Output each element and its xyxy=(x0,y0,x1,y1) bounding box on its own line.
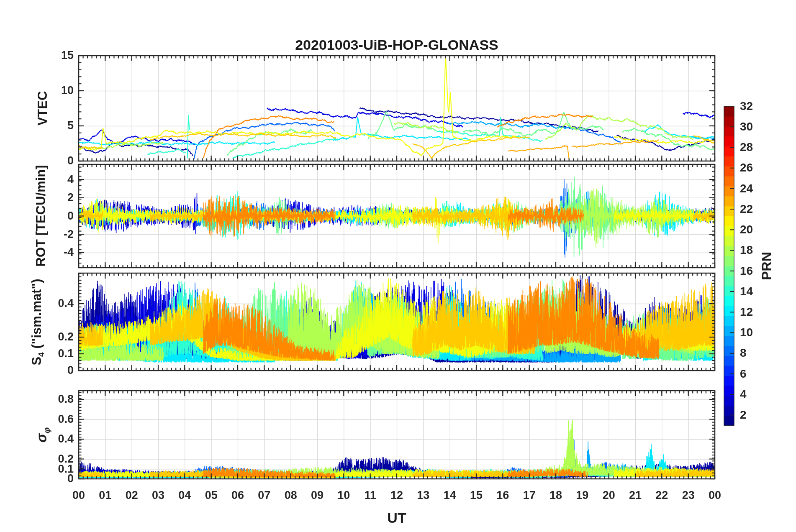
x-axis-label: UT xyxy=(387,510,406,526)
s4-suffix: ("ism.mat") xyxy=(29,279,44,352)
y-axis-label-vtec: VTEC xyxy=(35,91,50,126)
s4-symbol: S xyxy=(29,357,44,366)
y-axis-label-rot: ROT [TECU/min] xyxy=(33,165,49,267)
chart-canvas xyxy=(0,0,796,532)
y-axis-label-sigma-phi: σφ xyxy=(34,427,52,442)
y-axis-label-s4: S4 ("ism.mat") xyxy=(29,279,46,365)
sigma-subscript: φ xyxy=(41,427,51,433)
sigma-symbol: σ xyxy=(34,433,49,442)
s4-subscript: 4 xyxy=(37,352,46,357)
chart-title: 20201003-UiB-HOP-GLONASS xyxy=(79,37,715,53)
figure: 20201003-UiB-HOP-GLONASS VTEC ROT [TECU/… xyxy=(0,0,796,532)
colorbar-label: PRN xyxy=(759,252,775,280)
